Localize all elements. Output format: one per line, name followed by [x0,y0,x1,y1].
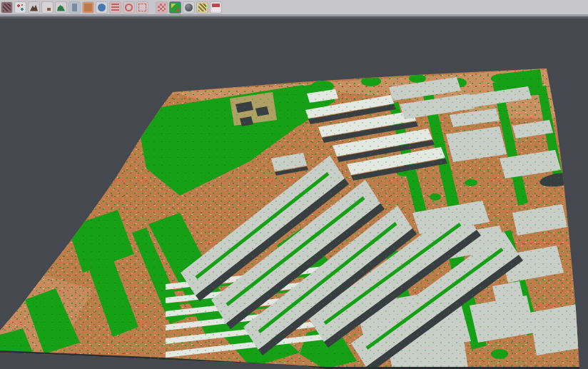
toolbar [0,0,588,14]
red-slab-icon-glyph [212,4,220,11]
terrain-hill-icon[interactable] [56,2,66,13]
globe-icon-glyph [98,4,106,11]
target-ring-icon[interactable] [123,2,134,13]
point-pairs-align-icon-glyph [16,4,24,11]
dem-mountain-icon[interactable] [29,2,39,13]
terrain-hill-icon-glyph [57,4,65,11]
3d-viewport[interactable] [0,19,588,369]
terrain-mesh [0,61,588,369]
classification-colors-icon[interactable] [1,2,12,13]
grid-checker-icon-glyph [158,4,166,11]
layer-rows-icon-glyph [111,4,119,11]
globe-icon[interactable] [96,2,107,13]
measure-tool-icon[interactable] [197,2,208,13]
measure-tool-icon-glyph [198,4,206,11]
profile-column-icon[interactable] [69,2,80,13]
ground-point-icon[interactable] [42,2,53,13]
toolbar-icons [1,2,221,13]
selection-brackets-icon-glyph [138,4,146,11]
ground-point-icon-glyph [47,8,51,11]
point-pairs-align-icon[interactable] [15,2,26,13]
point-noise-overlay [0,61,588,369]
ortho-square-icon-glyph [84,4,92,11]
dem-mountain-icon-glyph [30,4,38,11]
classified-map-icon[interactable] [170,2,181,13]
target-ring-icon-glyph [125,4,133,11]
ortho-square-icon[interactable] [83,2,93,13]
dark-sphere-icon[interactable] [183,2,194,13]
classified-map-icon-glyph [171,4,179,11]
red-slab-icon[interactable] [211,2,221,13]
layer-rows-icon[interactable] [110,2,121,13]
classification-colors-icon-glyph [3,4,11,11]
dark-sphere-icon-glyph [185,4,193,11]
profile-column-icon-glyph [72,4,77,11]
selection-brackets-icon[interactable] [137,2,148,13]
grid-checker-icon[interactable] [156,2,167,13]
scene-canvas [0,19,588,369]
